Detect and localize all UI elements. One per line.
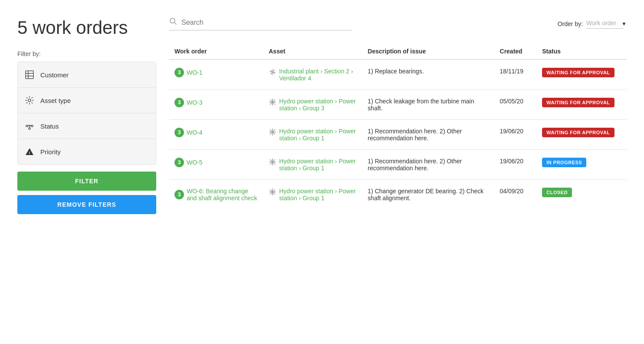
- filter-button[interactable]: FILTER: [17, 172, 156, 191]
- table-row: 3 WO-6: Bearing change and shaft alignme…: [169, 180, 627, 210]
- work-order-id: WO-6: Bearing change and shaft alignment…: [187, 188, 258, 202]
- table-row: 3 WO-1 Industrial plant › Section 2 › Ve…: [169, 60, 627, 90]
- created-date: 04/09/20: [500, 188, 524, 195]
- work-order-link[interactable]: 3 WO-1: [174, 68, 258, 77]
- filter-priority-label: Priority: [40, 148, 61, 155]
- filter-status-label: Status: [40, 122, 59, 130]
- table-cell-asset: Industrial plant › Section 2 › Ventilado…: [263, 60, 362, 90]
- svg-line-16: [174, 23, 177, 25]
- table-cell-description: 1) Replace bearings.: [362, 60, 494, 90]
- table-icon: [25, 70, 34, 79]
- search-input[interactable]: [181, 19, 352, 26]
- created-date: 19/06/20: [500, 158, 524, 165]
- asset-link[interactable]: Hydro power station › Power station › Gr…: [269, 158, 357, 172]
- top-bar: Order by: Work order ▼: [169, 17, 627, 30]
- order-by-label: Order by:: [558, 20, 583, 27]
- svg-point-22: [272, 101, 273, 103]
- priority-badge: 3: [174, 68, 184, 77]
- asset-link[interactable]: Hydro power station › Power station › Gr…: [269, 98, 357, 112]
- asset-link[interactable]: Industrial plant › Section 2 › Ventilado…: [269, 68, 357, 82]
- work-order-link[interactable]: 3 WO-4: [174, 128, 258, 137]
- svg-point-32: [272, 161, 273, 163]
- col-header-status: Status: [537, 43, 627, 60]
- priority-badge: 3: [174, 128, 184, 137]
- svg-rect-0: [26, 71, 33, 79]
- snowflake-icon: [269, 98, 276, 108]
- filter-item-status[interactable]: Status: [18, 113, 156, 139]
- table-cell-workorder: 3 WO-5: [169, 150, 263, 180]
- filter-asset-type-label: Asset type: [40, 97, 71, 104]
- asset-link[interactable]: Hydro power station › Power station › Gr…: [269, 128, 357, 142]
- svg-point-5: [29, 128, 30, 129]
- asset-path: Hydro power station › Power station › Gr…: [279, 98, 357, 112]
- sidebar: 5 work orders Filter by: Customer: [17, 17, 156, 327]
- asset-link[interactable]: Hydro power station › Power station › Gr…: [269, 188, 357, 202]
- table-cell-status: WAITING FOR APPROVAL: [537, 60, 627, 90]
- table-cell-created: 04/09/20: [495, 180, 537, 210]
- table-cell-asset: Hydro power station › Power station › Gr…: [263, 150, 362, 180]
- table-cell-status: IN PROGRESS: [537, 150, 627, 180]
- order-by-select[interactable]: Work order: [586, 20, 623, 29]
- order-by: Order by: Work order ▼: [558, 20, 627, 29]
- work-order-link[interactable]: 3 WO-5: [174, 158, 258, 167]
- table-cell-asset: Hydro power station › Power station › Gr…: [263, 90, 362, 120]
- remove-filters-button[interactable]: REMOVE FILTERS: [17, 195, 156, 214]
- table-cell-status: WAITING FOR APPROVAL: [537, 120, 627, 150]
- filter-item-customer[interactable]: Customer: [18, 62, 156, 88]
- issue-description: 1) Recommendation here. 2) Other recomme…: [368, 158, 462, 172]
- filter-list: Customer Asset type: [17, 62, 156, 165]
- table-cell-description: 1) Recommendation here. 2) Other recomme…: [362, 120, 494, 150]
- table-cell-created: 19/06/20: [495, 150, 537, 180]
- col-header-description: Description of issue: [362, 43, 494, 60]
- svg-point-27: [272, 131, 273, 133]
- search-box[interactable]: [169, 17, 352, 30]
- work-order-link[interactable]: 3 WO-3: [174, 98, 258, 107]
- filter-by-label: Filter by:: [17, 50, 156, 57]
- table-cell-workorder: 3 WO-1: [169, 60, 263, 90]
- priority-icon: !: [25, 147, 34, 156]
- table-cell-workorder: 3 WO-6: Bearing change and shaft alignme…: [169, 180, 263, 210]
- col-header-workorder: Work order: [169, 43, 263, 60]
- asset-path: Industrial plant › Section 2 › Ventilado…: [279, 68, 357, 82]
- filter-item-asset-type[interactable]: Asset type: [18, 88, 156, 113]
- table-row: 3 WO-4 Hydro power station › Power stati…: [169, 120, 627, 150]
- table-cell-description: 1) Recommendation here. 2) Other recomme…: [362, 150, 494, 180]
- table-row: 3 WO-3 Hydro power station › Power stati…: [169, 90, 627, 120]
- gear-icon: [25, 96, 34, 105]
- svg-point-37: [272, 191, 273, 193]
- status-badge: WAITING FOR APPROVAL: [542, 68, 614, 77]
- table-cell-description: 1) Change generator DE bearing. 2) Check…: [362, 180, 494, 210]
- priority-badge: 3: [174, 98, 184, 107]
- table-cell-created: 05/05/20: [495, 90, 537, 120]
- created-date: 05/05/20: [500, 98, 524, 105]
- table-cell-created: 18/11/19: [495, 60, 537, 90]
- table-cell-status: WAITING FOR APPROVAL: [537, 90, 627, 120]
- fan-icon: [269, 68, 276, 78]
- svg-point-4: [28, 99, 31, 102]
- created-date: 19/06/20: [500, 128, 524, 135]
- col-header-created: Created: [495, 43, 537, 60]
- page-title: 5 work orders: [17, 17, 156, 38]
- issue-description: 1) Change generator DE bearing. 2) Check…: [368, 188, 483, 202]
- status-badge: WAITING FOR APPROVAL: [542, 98, 614, 107]
- priority-badge: 3: [174, 190, 184, 199]
- work-order-id: WO-1: [187, 69, 203, 76]
- filter-item-priority[interactable]: ! Priority: [18, 139, 156, 164]
- work-order-id: WO-5: [187, 159, 203, 166]
- asset-path: Hydro power station › Power station › Gr…: [279, 188, 357, 202]
- filter-customer-label: Customer: [40, 71, 69, 79]
- asset-path: Hydro power station › Power station › Gr…: [279, 158, 357, 172]
- asset-path: Hydro power station › Power station › Gr…: [279, 128, 357, 142]
- table-cell-asset: Hydro power station › Power station › Gr…: [263, 180, 362, 210]
- svg-point-17: [272, 71, 273, 73]
- issue-description: 1) Replace bearings.: [368, 68, 424, 75]
- table-cell-asset: Hydro power station › Power station › Gr…: [263, 120, 362, 150]
- status-badge: WAITING FOR APPROVAL: [542, 128, 614, 137]
- work-table: Work order Asset Description of issue Cr…: [169, 43, 627, 209]
- snowflake-icon: [269, 128, 276, 138]
- table-cell-workorder: 3 WO-3: [169, 90, 263, 120]
- work-order-link[interactable]: 3 WO-6: Bearing change and shaft alignme…: [174, 188, 258, 202]
- snowflake-icon: [269, 188, 276, 198]
- chevron-down-icon: ▼: [621, 21, 627, 27]
- status-icon: [25, 121, 34, 131]
